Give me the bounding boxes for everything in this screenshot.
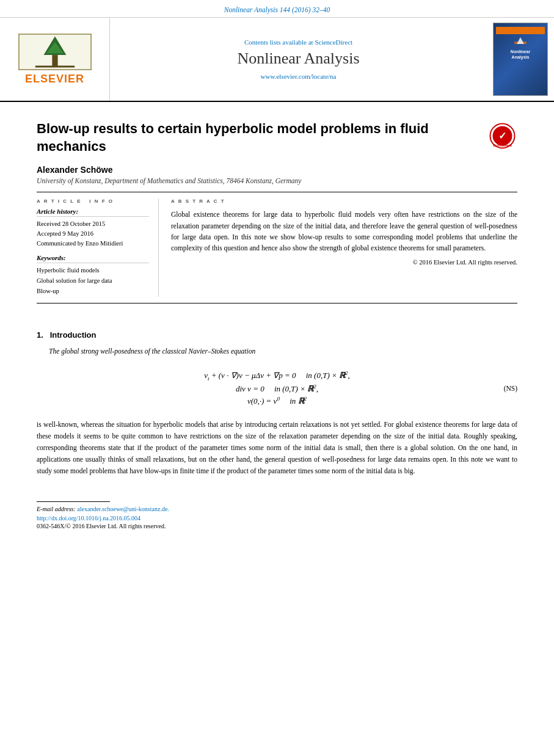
section1-title: Introduction	[50, 330, 97, 340]
divider-after-affiliation	[37, 192, 517, 192]
svg-rect-2	[52, 55, 57, 66]
svg-text:✓: ✓	[498, 131, 506, 141]
accepted-date: Accepted 9 May 2016	[37, 229, 149, 239]
keyword-1: Hyperbolic fluid models	[37, 266, 149, 276]
journal-cover: Nonlinear Analysis	[487, 18, 554, 101]
keywords-section: Keywords: Hyperbolic fluid models Global…	[37, 254, 149, 296]
received-date: Received 28 October 2015	[37, 219, 149, 229]
eq-line-2: div v = 0 in (0,T) × ℝ2,	[204, 383, 350, 394]
author-name: Alexander Schöwe	[37, 165, 517, 175]
cover-top-bar	[496, 27, 545, 34]
keywords-label: Keywords:	[37, 254, 149, 263]
info-abstract-block: A R T I C L E I N F O Article history: R…	[37, 198, 517, 297]
abstract-section: A B S T R A C T Global existence theorem…	[171, 198, 517, 297]
crossmark-icon[interactable]: ✓ CrossMark	[487, 120, 517, 151]
cover-elsevier-icon	[514, 37, 527, 49]
journal-reference: Nonlinear Analysis 144 (2016) 32–40	[0, 0, 554, 18]
equation-ns-label: (NS)	[504, 385, 517, 392]
body-paragraph-1: is well-known, whereas the situation for…	[37, 419, 517, 477]
section1-number: 1.	[37, 330, 43, 340]
crossmark-svg: ✓ CrossMark	[489, 122, 516, 150]
elsevier-brand-text: ELSEVIER	[25, 73, 84, 85]
communicated-by: Communicated by Enzo Mitidieri	[37, 239, 149, 249]
svg-marker-8	[517, 37, 524, 44]
footer-divider	[37, 501, 110, 502]
footer-doi[interactable]: http://dx.doi.org/10.1016/j.na.2016.05.0…	[37, 515, 517, 522]
article-info: A R T I C L E I N F O Article history: R…	[37, 198, 159, 297]
footer-issn: 0362-546X/© 2016 Elsevier Ltd. All right…	[37, 523, 517, 529]
article-title-text: Blow-up results to certain hyperbolic mo…	[37, 120, 487, 155]
journal-title: Nonlinear Analysis	[237, 49, 359, 68]
history-label: Article history:	[37, 208, 149, 217]
intro-italic-para: The global strong well-posedness of the …	[37, 346, 517, 357]
abstract-heading: A B S T R A C T	[171, 198, 517, 204]
copyright-text: © 2016 Elsevier Ltd. All rights reserved…	[171, 259, 517, 266]
equation-ns-block: vt + (v · ∇)v − μΔv + ∇p = 0 in (0,T) × …	[37, 368, 517, 409]
svg-text:CrossMark: CrossMark	[492, 144, 512, 147]
journal-center: Contents lists available at ScienceDirec…	[110, 18, 487, 101]
abstract-text: Global existence theorems for large data…	[171, 209, 517, 254]
article-title-block: Blow-up results to certain hyperbolic mo…	[37, 120, 517, 155]
svg-rect-5	[35, 65, 75, 67]
journal-ref-text: Nonlinear Analysis 144 (2016) 32–40	[224, 6, 330, 13]
contents-link: Contents lists available at ScienceDirec…	[244, 38, 352, 46]
body-content: 1. Introduction The global strong well-p…	[0, 322, 554, 489]
keyword-2: Global solution for large data	[37, 276, 149, 286]
page: Nonlinear Analysis 144 (2016) 32–40 ELSE…	[0, 0, 554, 756]
sciencedirect-link[interactable]: ScienceDirect	[315, 38, 352, 46]
keyword-3: Blow-up	[37, 286, 149, 297]
elsevier-logo-section: ELSEVIER	[0, 18, 110, 101]
elsevier-tree-icon	[15, 34, 95, 70]
journal-url[interactable]: www.elsevier.com/locate/na	[261, 73, 337, 80]
article-content: Blow-up results to certain hyperbolic mo…	[0, 102, 554, 322]
author-affiliation: University of Konstanz, Department of Ma…	[37, 177, 517, 184]
eq-line-1: vt + (v · ∇)v − μΔv + ∇p = 0 in (0,T) × …	[204, 370, 350, 382]
footer-email: E-mail address: alexander.schoewe@uni-ko…	[37, 506, 517, 512]
email-label: E-mail address:	[37, 506, 76, 512]
divider-after-abstract	[37, 303, 517, 303]
cover-image: Nonlinear Analysis	[493, 23, 548, 96]
section1-heading: 1. Introduction	[37, 330, 517, 340]
cover-text: Nonlinear Analysis	[511, 49, 530, 60]
footer: E-mail address: alexander.schoewe@uni-ko…	[0, 501, 554, 529]
journal-header: ELSEVIER Contents lists available at Sci…	[0, 18, 554, 102]
eq-line-3: v(0,·) = v0 in ℝ2	[204, 396, 350, 406]
equation-content: vt + (v · ∇)v − μΔv + ∇p = 0 in (0,T) × …	[204, 368, 350, 409]
keywords-list: Hyperbolic fluid models Global solution …	[37, 266, 149, 296]
article-info-heading: A R T I C L E I N F O	[37, 198, 149, 204]
email-address[interactable]: alexander.schoewe@uni-konstanz.de.	[77, 506, 169, 512]
